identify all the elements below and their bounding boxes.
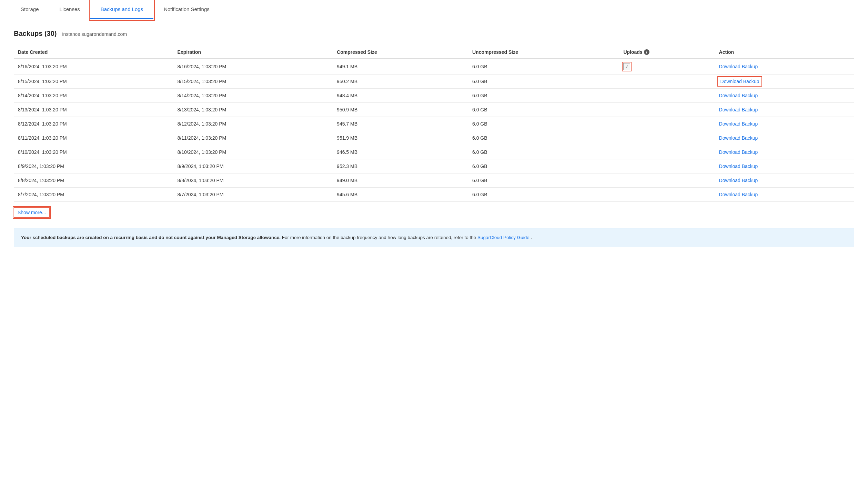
cell-action: Download Backup xyxy=(715,59,854,75)
tab-bar: Storage Licenses Backups and Logs Notifi… xyxy=(0,0,868,19)
cell-expiration: 8/12/2024, 1:03:20 PM xyxy=(173,117,333,131)
cell-action: Download Backup xyxy=(715,75,854,89)
table-row: 8/8/2024, 1:03:20 PM8/8/2024, 1:03:20 PM… xyxy=(14,173,854,188)
uploads-label: Uploads xyxy=(623,49,642,55)
col-expiration: Expiration xyxy=(173,46,333,59)
cell-compressed: 946.5 MB xyxy=(333,145,468,159)
cell-uploads: ✓ xyxy=(619,59,715,75)
cell-uncompressed: 6.0 GB xyxy=(468,59,619,75)
cell-compressed: 945.7 MB xyxy=(333,117,468,131)
cell-expiration: 8/9/2024, 1:03:20 PM xyxy=(173,159,333,173)
cell-uploads xyxy=(619,188,715,202)
cell-uncompressed: 6.0 GB xyxy=(468,131,619,145)
cell-compressed: 945.6 MB xyxy=(333,188,468,202)
cell-compressed: 951.9 MB xyxy=(333,131,468,145)
table-row: 8/11/2024, 1:03:20 PM8/11/2024, 1:03:20 … xyxy=(14,131,854,145)
tab-storage[interactable]: Storage xyxy=(10,0,49,19)
col-action: Action xyxy=(715,46,854,59)
cell-uploads xyxy=(619,159,715,173)
table-row: 8/14/2024, 1:03:20 PM8/14/2024, 1:03:20 … xyxy=(14,89,854,103)
upload-checkbox-icon[interactable]: ✓ xyxy=(623,63,630,70)
cell-date: 8/11/2024, 1:03:20 PM xyxy=(14,131,173,145)
download-backup-button[interactable]: Download Backup xyxy=(719,178,758,183)
cell-uploads xyxy=(619,145,715,159)
cell-expiration: 8/11/2024, 1:03:20 PM xyxy=(173,131,333,145)
cell-compressed: 952.3 MB xyxy=(333,159,468,173)
cell-uncompressed: 6.0 GB xyxy=(468,173,619,188)
download-backup-button[interactable]: Download Backup xyxy=(719,78,761,85)
cell-uncompressed: 6.0 GB xyxy=(468,188,619,202)
cell-action: Download Backup xyxy=(715,131,854,145)
cell-action: Download Backup xyxy=(715,188,854,202)
table-row: 8/12/2024, 1:03:20 PM8/12/2024, 1:03:20 … xyxy=(14,117,854,131)
download-backup-button[interactable]: Download Backup xyxy=(719,93,758,98)
cell-uncompressed: 6.0 GB xyxy=(468,159,619,173)
info-end-text: . xyxy=(531,235,532,240)
instance-name: instance.sugarondemand.com xyxy=(62,31,127,37)
cell-uncompressed: 6.0 GB xyxy=(468,75,619,89)
section-header: Backups (30) instance.sugarondemand.com xyxy=(14,30,854,38)
download-backup-button[interactable]: Download Backup xyxy=(719,64,758,69)
info-normal-text: For more information on the backup frequ… xyxy=(282,235,477,240)
cell-date: 8/16/2024, 1:03:20 PM xyxy=(14,59,173,75)
cell-date: 8/7/2024, 1:03:20 PM xyxy=(14,188,173,202)
tab-notification-settings[interactable]: Notification Settings xyxy=(153,0,220,19)
cell-compressed: 949.1 MB xyxy=(333,59,468,75)
cell-date: 8/13/2024, 1:03:20 PM xyxy=(14,103,173,117)
download-backup-button[interactable]: Download Backup xyxy=(719,135,758,141)
cell-date: 8/10/2024, 1:03:20 PM xyxy=(14,145,173,159)
cell-date: 8/14/2024, 1:03:20 PM xyxy=(14,89,173,103)
uploads-info-icon[interactable]: i xyxy=(644,49,649,55)
main-content: Backups (30) instance.sugarondemand.com … xyxy=(0,19,868,258)
cell-uncompressed: 6.0 GB xyxy=(468,117,619,131)
cell-uploads xyxy=(619,131,715,145)
cell-action: Download Backup xyxy=(715,173,854,188)
info-bold-text: Your scheduled backups are created on a … xyxy=(21,235,281,240)
cell-expiration: 8/15/2024, 1:03:20 PM xyxy=(173,75,333,89)
cell-expiration: 8/13/2024, 1:03:20 PM xyxy=(173,103,333,117)
cell-uploads xyxy=(619,103,715,117)
cell-expiration: 8/14/2024, 1:03:20 PM xyxy=(173,89,333,103)
download-backup-button[interactable]: Download Backup xyxy=(719,107,758,112)
show-more-button[interactable]: Show more... xyxy=(14,207,50,218)
col-uploads: Uploads i xyxy=(619,46,715,59)
tab-licenses[interactable]: Licenses xyxy=(49,0,90,19)
cell-date: 8/8/2024, 1:03:20 PM xyxy=(14,173,173,188)
download-backup-button[interactable]: Download Backup xyxy=(719,149,758,155)
cell-action: Download Backup xyxy=(715,159,854,173)
cell-uncompressed: 6.0 GB xyxy=(468,89,619,103)
cell-uploads xyxy=(619,117,715,131)
cell-action: Download Backup xyxy=(715,103,854,117)
cell-expiration: 8/10/2024, 1:03:20 PM xyxy=(173,145,333,159)
download-backup-button[interactable]: Download Backup xyxy=(719,163,758,169)
table-row: 8/10/2024, 1:03:20 PM8/10/2024, 1:03:20 … xyxy=(14,145,854,159)
cell-expiration: 8/7/2024, 1:03:20 PM xyxy=(173,188,333,202)
col-uncompressed-size: Uncompressed Size xyxy=(468,46,619,59)
table-row: 8/13/2024, 1:03:20 PM8/13/2024, 1:03:20 … xyxy=(14,103,854,117)
download-backup-button[interactable]: Download Backup xyxy=(719,192,758,197)
download-backup-button[interactable]: Download Backup xyxy=(719,121,758,127)
backups-table: Date Created Expiration Compressed Size … xyxy=(14,46,854,202)
cell-compressed: 950.2 MB xyxy=(333,75,468,89)
cell-date: 8/9/2024, 1:03:20 PM xyxy=(14,159,173,173)
cell-expiration: 8/16/2024, 1:03:20 PM xyxy=(173,59,333,75)
cell-uploads xyxy=(619,89,715,103)
table-row: 8/9/2024, 1:03:20 PM8/9/2024, 1:03:20 PM… xyxy=(14,159,854,173)
table-row: 8/15/2024, 1:03:20 PM8/15/2024, 1:03:20 … xyxy=(14,75,854,89)
table-header-row: Date Created Expiration Compressed Size … xyxy=(14,46,854,59)
cell-date: 8/12/2024, 1:03:20 PM xyxy=(14,117,173,131)
tab-backups-and-logs[interactable]: Backups and Logs xyxy=(90,0,153,19)
table-row: 8/16/2024, 1:03:20 PM8/16/2024, 1:03:20 … xyxy=(14,59,854,75)
cell-uncompressed: 6.0 GB xyxy=(468,145,619,159)
cell-compressed: 949.0 MB xyxy=(333,173,468,188)
cell-compressed: 948.4 MB xyxy=(333,89,468,103)
cell-compressed: 950.9 MB xyxy=(333,103,468,117)
cell-date: 8/15/2024, 1:03:20 PM xyxy=(14,75,173,89)
sugar-cloud-policy-link[interactable]: SugarCloud Policy Guide xyxy=(477,235,529,240)
col-compressed-size: Compressed Size xyxy=(333,46,468,59)
cell-uncompressed: 6.0 GB xyxy=(468,103,619,117)
cell-action: Download Backup xyxy=(715,145,854,159)
section-title: Backups (30) xyxy=(14,30,57,38)
cell-expiration: 8/8/2024, 1:03:20 PM xyxy=(173,173,333,188)
cell-action: Download Backup xyxy=(715,89,854,103)
